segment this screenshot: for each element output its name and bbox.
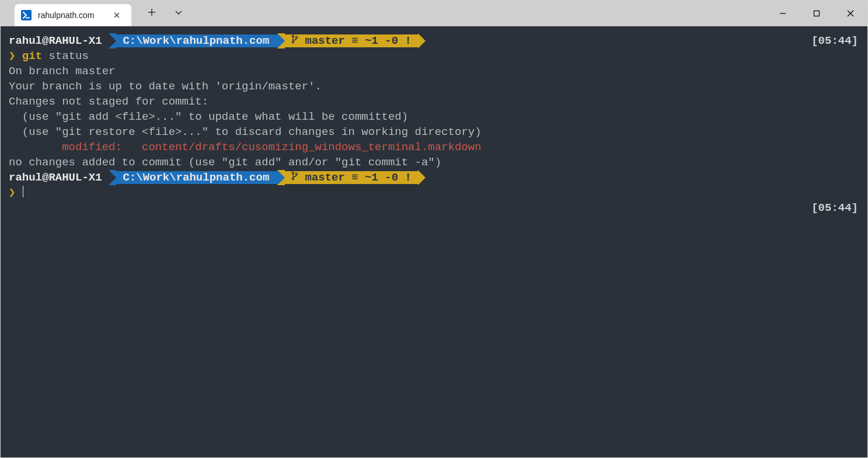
svg-point-13 — [292, 172, 294, 174]
prompt-path-text-2: C:\Work\rahulpnath.com — [123, 171, 269, 184]
svg-point-15 — [296, 173, 298, 175]
prompt-time-2: [05:44] — [811, 200, 858, 216]
svg-rect-7 — [814, 11, 820, 16]
command-line-1: ❯ git status — [9, 48, 859, 64]
svg-point-10 — [292, 35, 294, 37]
git-branch-icon — [291, 33, 298, 48]
tab-dropdown-button[interactable] — [171, 5, 186, 22]
prompt-path-text-1: C:\Work\rahulpnath.com — [123, 34, 269, 47]
output-line: Changes not staged for commit: — [9, 94, 859, 109]
window-root: rahulpnath.com — [0, 0, 868, 458]
powerline-sep-icon — [109, 33, 116, 48]
prompt-git-1: master ≡ ~1 -0 ! — [285, 34, 419, 47]
tab-active[interactable]: rahulpnath.com — [15, 4, 131, 26]
prompt-git-text-2: master ≡ ~1 -0 ! — [305, 171, 412, 184]
powerline-sep-icon — [277, 170, 285, 185]
output-line: (use "git restore <file>..." to discard … — [9, 124, 859, 140]
close-window-button[interactable] — [834, 1, 867, 26]
prompt-caret-1: ❯ — [9, 50, 15, 63]
maximize-button[interactable] — [800, 1, 834, 26]
prompt-git-text-1: master ≡ ~1 -0 ! — [305, 34, 412, 47]
output-line: On branch master — [9, 64, 859, 79]
prompt-git-2: master ≡ ~1 -0 ! — [285, 171, 419, 184]
prompt-path-1: C:\Work\rahulpnath.com — [116, 34, 277, 47]
powerline-sep-icon — [109, 170, 116, 185]
tab-close-button[interactable] — [110, 8, 123, 22]
titlebar: rahulpnath.com — [1, 1, 867, 26]
minimize-button[interactable] — [766, 1, 800, 26]
new-tab-button[interactable] — [144, 5, 159, 22]
tab-controls — [144, 5, 186, 22]
cursor — [23, 186, 23, 197]
prompt-user-host-1: rahul@RAHUL-X1 — [9, 34, 102, 47]
cmd-git-word: git — [22, 50, 42, 63]
powerline-sep-icon — [277, 33, 285, 48]
terminal-body[interactable]: [05:44] rahul@RAHUL-X1 C:\Work\rahulpnat… — [1, 26, 867, 457]
window-controls — [766, 1, 867, 26]
output-line: (use "git add <file>..." to update what … — [9, 109, 859, 124]
powershell-icon — [20, 9, 32, 21]
prompt-caret-2: ❯ — [9, 186, 15, 199]
prompt-path-2: C:\Work\rahulpnath.com — [116, 171, 277, 184]
prompt-line-2: rahul@RAHUL-X1 C:\Work\rahulpnath.com ma… — [9, 170, 859, 185]
prompt-user-host-2: rahul@RAHUL-X1 — [9, 171, 102, 184]
git-branch-icon — [291, 170, 298, 185]
cmd-args: status — [48, 50, 88, 63]
tabs-zone: rahulpnath.com — [1, 1, 131, 26]
output-modified-line: modified: content/drafts/cusomizing_wind… — [9, 140, 859, 155]
prompt-time-1: [05:44] — [811, 33, 858, 48]
tab-title: rahulpnath.com — [38, 11, 95, 20]
svg-point-11 — [292, 41, 294, 43]
output-line: no changes added to commit (use "git add… — [9, 155, 859, 170]
prompt-line-1: rahul@RAHUL-X1 C:\Work\rahulpnath.com ma… — [9, 33, 859, 48]
svg-point-14 — [292, 178, 294, 179]
command-line-2: ❯ — [9, 185, 859, 200]
output-line: Your branch is up to date with 'origin/m… — [9, 79, 859, 94]
powerline-sep-icon — [418, 33, 426, 48]
svg-point-12 — [296, 36, 298, 38]
powerline-sep-icon — [418, 170, 426, 185]
